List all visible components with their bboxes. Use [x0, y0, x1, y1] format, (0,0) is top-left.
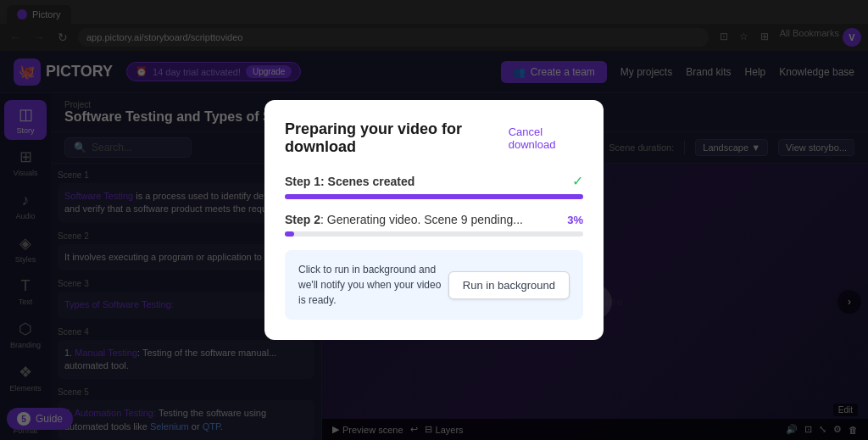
- step-2-percent: 3%: [567, 214, 583, 226]
- step-2-progress-fill: [285, 231, 294, 237]
- step-2-progress-bg: [285, 231, 583, 237]
- modal-header: Preparing your video for download Cancel…: [285, 120, 583, 156]
- step-1-check: ✓: [572, 173, 583, 189]
- step-1-row: Step 1: Scenes created ✓: [285, 173, 583, 199]
- step-1-progress-bg: [285, 194, 583, 199]
- app-container: 🐙 PICTORY ⏰ 14 day trial activated! Upgr…: [0, 51, 868, 440]
- background-banner: Click to run in background and we'll not…: [285, 250, 583, 320]
- modal-title: Preparing your video for download: [285, 120, 509, 156]
- background-text: Click to run in background and we'll not…: [298, 262, 448, 308]
- modal-dialog: Preparing your video for download Cancel…: [264, 100, 604, 340]
- step-1-progress-fill: [285, 194, 583, 199]
- step-2-label-row: Step 2: Generating video. Scene 9 pendin…: [285, 213, 583, 226]
- step-1-label: Step 1: Scenes created: [285, 175, 415, 188]
- step-2-label: Step 2: Generating video. Scene 9 pendin…: [285, 213, 523, 226]
- step-2-row: Step 2: Generating video. Scene 9 pendin…: [285, 213, 583, 237]
- cancel-download-link[interactable]: Cancel download: [509, 125, 583, 151]
- step-1-label-row: Step 1: Scenes created ✓: [285, 173, 583, 189]
- step-1-bold: Step 1: Scenes created: [285, 175, 415, 188]
- modal-overlay: Preparing your video for download Cancel…: [0, 0, 868, 440]
- run-in-background-button[interactable]: Run in background: [448, 271, 570, 299]
